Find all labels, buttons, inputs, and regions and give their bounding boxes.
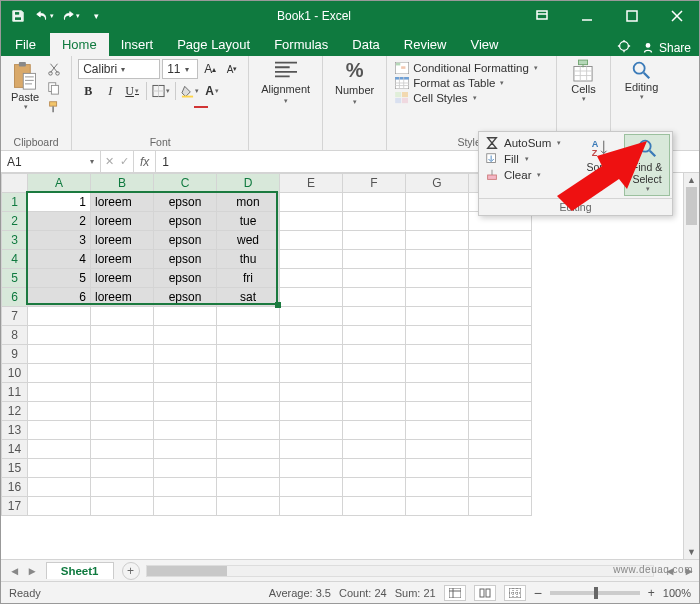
cell-A7[interactable] <box>28 307 91 326</box>
cell-E8[interactable] <box>280 326 343 345</box>
cell-C17[interactable] <box>154 497 217 516</box>
cell-E15[interactable] <box>280 459 343 478</box>
cell-B3[interactable]: loreem <box>91 231 154 250</box>
cell-A3[interactable]: 3 <box>28 231 91 250</box>
cell-F9[interactable] <box>343 345 406 364</box>
view-normal-icon[interactable] <box>444 585 466 601</box>
font-color-icon[interactable]: A▾ <box>202 81 222 101</box>
cell-D8[interactable] <box>217 326 280 345</box>
cell-C7[interactable] <box>154 307 217 326</box>
cell-B7[interactable] <box>91 307 154 326</box>
cell-E12[interactable] <box>280 402 343 421</box>
col-header-G[interactable]: G <box>406 174 469 193</box>
alignment-button[interactable]: Alignment▾ <box>255 59 316 105</box>
tab-view[interactable]: View <box>458 33 510 56</box>
cell-F11[interactable] <box>343 383 406 402</box>
cell-E1[interactable] <box>280 193 343 212</box>
cell-A1[interactable]: 1 <box>28 193 91 212</box>
tab-insert[interactable]: Insert <box>109 33 166 56</box>
redo-icon[interactable]: ▾ <box>57 4 83 28</box>
paste-button[interactable]: Paste ▾ <box>7 59 43 113</box>
cell-B8[interactable] <box>91 326 154 345</box>
cell-C16[interactable] <box>154 478 217 497</box>
row-header-11[interactable]: 11 <box>2 383 28 402</box>
row-header-3[interactable]: 3 <box>2 231 28 250</box>
editing-button[interactable]: Editing▾ <box>617 59 667 101</box>
cell-D11[interactable] <box>217 383 280 402</box>
worksheet-grid[interactable]: ABCDEFGH11loreemepsonmon22loreemepsontue… <box>1 173 683 559</box>
select-all-corner[interactable] <box>2 174 28 193</box>
sheet-tab-sheet1[interactable]: Sheet1 <box>46 562 114 579</box>
cell-G2[interactable] <box>406 212 469 231</box>
row-header-13[interactable]: 13 <box>2 421 28 440</box>
cell-G8[interactable] <box>406 326 469 345</box>
cell-D10[interactable] <box>217 364 280 383</box>
underline-button[interactable]: U▾ <box>122 81 142 101</box>
cell-B16[interactable] <box>91 478 154 497</box>
col-header-E[interactable]: E <box>280 174 343 193</box>
cell-D9[interactable] <box>217 345 280 364</box>
cell-H13[interactable] <box>469 421 532 440</box>
row-header-6[interactable]: 6 <box>2 288 28 307</box>
name-box[interactable]: A1▾ <box>1 151 101 172</box>
cell-G3[interactable] <box>406 231 469 250</box>
row-header-1[interactable]: 1 <box>2 193 28 212</box>
cell-G12[interactable] <box>406 402 469 421</box>
cell-F17[interactable] <box>343 497 406 516</box>
fill-color-icon[interactable]: ▾ <box>180 81 200 101</box>
tab-page-layout[interactable]: Page Layout <box>165 33 262 56</box>
cell-F1[interactable] <box>343 193 406 212</box>
cell-C10[interactable] <box>154 364 217 383</box>
zoom-in-button[interactable]: + <box>648 586 655 600</box>
cell-G7[interactable] <box>406 307 469 326</box>
cell-C5[interactable]: epson <box>154 269 217 288</box>
cell-H12[interactable] <box>469 402 532 421</box>
cell-E10[interactable] <box>280 364 343 383</box>
cell-F8[interactable] <box>343 326 406 345</box>
cell-E7[interactable] <box>280 307 343 326</box>
cell-D1[interactable]: mon <box>217 193 280 212</box>
cell-E2[interactable] <box>280 212 343 231</box>
cell-B5[interactable]: loreem <box>91 269 154 288</box>
cell-G10[interactable] <box>406 364 469 383</box>
view-page-break-icon[interactable] <box>504 585 526 601</box>
cell-A9[interactable] <box>28 345 91 364</box>
cell-H16[interactable] <box>469 478 532 497</box>
cell-A15[interactable] <box>28 459 91 478</box>
font-name-combo[interactable]: Calibri▾ <box>78 59 160 79</box>
cut-icon[interactable] <box>45 61 63 77</box>
cell-D4[interactable]: thu <box>217 250 280 269</box>
cell-H15[interactable] <box>469 459 532 478</box>
cell-E11[interactable] <box>280 383 343 402</box>
cell-F12[interactable] <box>343 402 406 421</box>
col-header-A[interactable]: A <box>28 174 91 193</box>
cell-B12[interactable] <box>91 402 154 421</box>
cell-D5[interactable]: fri <box>217 269 280 288</box>
row-header-2[interactable]: 2 <box>2 212 28 231</box>
increase-font-icon[interactable]: A▴ <box>200 59 220 79</box>
cell-B17[interactable] <box>91 497 154 516</box>
maximize-icon[interactable] <box>609 1 654 31</box>
cell-G1[interactable] <box>406 193 469 212</box>
sheet-nav-next-icon[interactable]: ► <box>26 565 37 577</box>
minimize-icon[interactable] <box>564 1 609 31</box>
cell-D6[interactable]: sat <box>217 288 280 307</box>
col-header-D[interactable]: D <box>217 174 280 193</box>
cell-F4[interactable] <box>343 250 406 269</box>
cell-E9[interactable] <box>280 345 343 364</box>
row-header-4[interactable]: 4 <box>2 250 28 269</box>
qat-customize-icon[interactable]: ▾ <box>83 4 109 28</box>
row-header-16[interactable]: 16 <box>2 478 28 497</box>
view-page-layout-icon[interactable] <box>474 585 496 601</box>
enter-formula-icon[interactable]: ✓ <box>120 155 129 168</box>
ribbon-options-icon[interactable] <box>519 1 564 31</box>
cell-G9[interactable] <box>406 345 469 364</box>
cell-B13[interactable] <box>91 421 154 440</box>
zoom-slider[interactable] <box>550 591 640 595</box>
cell-D15[interactable] <box>217 459 280 478</box>
cell-G16[interactable] <box>406 478 469 497</box>
share-button[interactable]: Share <box>641 41 691 55</box>
cell-H7[interactable] <box>469 307 532 326</box>
cell-C15[interactable] <box>154 459 217 478</box>
cell-A2[interactable]: 2 <box>28 212 91 231</box>
